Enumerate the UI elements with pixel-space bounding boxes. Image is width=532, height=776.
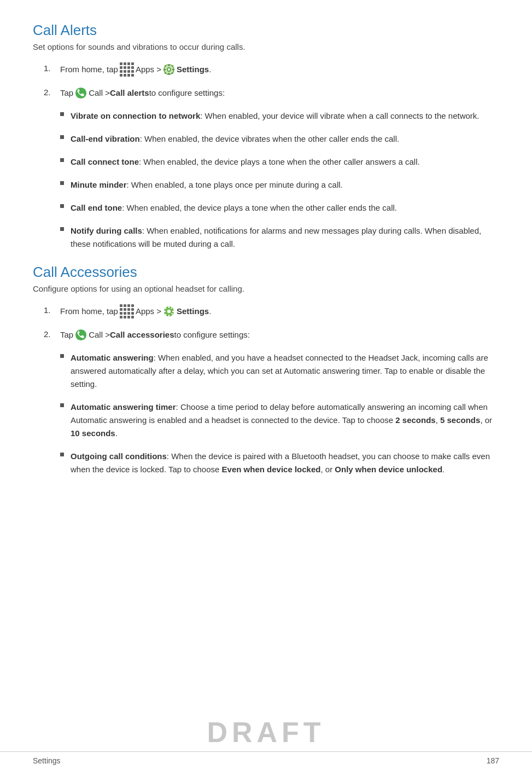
section2-steps: 1. From home, tap Apps > xyxy=(33,304,499,341)
bullet-item-s2-3: Outgoing call conditions: When the devic… xyxy=(55,450,499,476)
section1-subtitle: Set options for sounds and vibrations to… xyxy=(33,42,499,51)
apps-label: Apps > xyxy=(136,63,161,76)
step-content-2-s2: Tap Call > Call accessories to configure… xyxy=(60,328,250,341)
bullet-text: Call-end vibration: When enabled, the de… xyxy=(71,132,399,146)
step1-s2-text: From home, tap xyxy=(60,305,118,318)
step-content: From home, tap Apps > xyxy=(60,62,211,77)
bullet-text: Call end tone: When enabled, the device … xyxy=(71,201,397,215)
bullet-text: Vibrate on connection to network: When e… xyxy=(71,109,480,123)
configure-text-2: to configure settings: xyxy=(174,328,250,341)
bullet-marker xyxy=(60,354,64,358)
bullet-term: Call end tone xyxy=(71,203,122,212)
bullet-marker xyxy=(60,158,64,162)
page-footer: Settings 187 xyxy=(0,751,532,765)
bullet-marker xyxy=(60,403,64,407)
call-label: Call > xyxy=(89,86,110,100)
bullet-term: Minute minder xyxy=(71,180,127,189)
step-item-2-s2: 2. Tap Call > Call accessories to config… xyxy=(33,328,499,341)
bullet-item-s2: Automatic answering: When enabled, and y… xyxy=(55,351,499,391)
bullet-term: Notify during calls xyxy=(71,226,142,235)
svg-point-8 xyxy=(75,329,86,340)
call-accessories-label: Call accessories xyxy=(110,328,174,341)
configure-text: to configure settings: xyxy=(149,86,225,100)
settings-label-2: Settings xyxy=(177,305,209,318)
section1-title: Call Alerts xyxy=(33,22,499,39)
settings-icon xyxy=(163,63,175,76)
bullet-marker xyxy=(60,227,64,231)
tap-label: Tap xyxy=(60,86,73,100)
2sec: 2 seconds xyxy=(395,415,435,425)
even-when-locked: Even when device locked xyxy=(222,465,321,474)
bullet-text-s2: Automatic answering: When enabled, and y… xyxy=(71,351,499,391)
step-number: 1. xyxy=(44,62,60,73)
bullet-text: Minute minder: When enabled, a tone play… xyxy=(71,178,343,192)
section2-title: Call Accessories xyxy=(33,264,499,281)
bullet-text-s2-3: Outgoing call conditions: When the devic… xyxy=(71,450,499,476)
bullet-term: Call connect tone xyxy=(71,157,139,166)
draft-watermark: DRAFT xyxy=(207,716,325,749)
bullet-text: Call connect tone: When enabled, the dev… xyxy=(71,155,420,169)
10sec: 10 seconds xyxy=(71,428,115,438)
section1-steps: 1. From home, tap Apps > xyxy=(33,62,499,100)
step-number-2-s2: 2. xyxy=(44,328,60,339)
bullet-item-s2-2: Automatic answering timer: Choose a time… xyxy=(55,401,499,440)
step-item: 1. From home, tap Apps > xyxy=(33,62,499,77)
bullet-item: Minute minder: When enabled, a tone play… xyxy=(55,178,499,192)
section2-bullets: Automatic answering: When enabled, and y… xyxy=(55,351,499,476)
5sec: 5 seconds xyxy=(440,415,480,425)
bullet-term-s2: Automatic answering xyxy=(71,353,154,362)
call-alerts-label: Call alerts xyxy=(110,86,149,100)
section2-subtitle: Configure options for using an optional … xyxy=(33,284,499,293)
section1-bullets: Vibrate on connection to network: When e… xyxy=(55,109,499,251)
step-item-2: 2. Tap Call > Call alerts to configure s… xyxy=(33,86,499,100)
bullet-text-s2-2: Automatic answering timer: Choose a time… xyxy=(71,401,499,440)
bullet-term: Call-end vibration xyxy=(71,134,140,143)
period-2: . xyxy=(209,305,211,318)
settings-icon-2 xyxy=(163,305,175,317)
bullet-term-s2-2: Automatic answering timer xyxy=(71,402,176,412)
bullet-term-s2-3: Outgoing call conditions xyxy=(71,451,167,461)
step-content-s2: From home, tap Apps > Settings xyxy=(60,304,211,318)
bullet-item: Call connect tone: When enabled, the dev… xyxy=(55,155,499,169)
footer-label: Settings xyxy=(33,752,61,765)
step1-text-before: From home, tap xyxy=(60,63,118,76)
svg-point-5 xyxy=(75,88,86,99)
only-when-unlocked: Only when device unlocked xyxy=(335,465,442,474)
step-content-2: Tap Call > Call alerts to configure sett… xyxy=(60,86,225,100)
apps-label-2: Apps > xyxy=(136,305,161,318)
apps-icon xyxy=(120,62,134,77)
bullet-marker xyxy=(60,112,64,116)
apps-icon-2 xyxy=(120,304,134,318)
bullet-item: Notify during calls: When enabled, notif… xyxy=(55,224,499,251)
bullet-text: Notify during calls: When enabled, notif… xyxy=(71,224,499,251)
tap-label-2: Tap xyxy=(60,328,73,341)
bullet-marker xyxy=(60,135,64,139)
bullet-item: Call end tone: When enabled, the device … xyxy=(55,201,499,215)
bullet-marker xyxy=(60,204,64,208)
footer-page-number: 187 xyxy=(487,752,499,765)
bullet-marker xyxy=(60,453,64,456)
bullet-marker xyxy=(60,181,64,185)
bullet-item: Vibrate on connection to network: When e… xyxy=(55,109,499,123)
call-icon-2 xyxy=(75,329,87,341)
bullet-item: Call-end vibration: When enabled, the de… xyxy=(55,132,499,146)
svg-point-7 xyxy=(167,310,171,313)
call-icon xyxy=(75,87,87,99)
bullet-term: Vibrate on connection to network xyxy=(71,111,200,120)
step-number-s2: 1. xyxy=(44,304,60,315)
settings-label: Settings xyxy=(177,63,209,76)
step-item-s2: 1. From home, tap Apps > xyxy=(33,304,499,318)
period: . xyxy=(209,63,211,76)
call-label-2: Call > xyxy=(89,328,110,341)
step-number-2: 2. xyxy=(44,86,60,97)
